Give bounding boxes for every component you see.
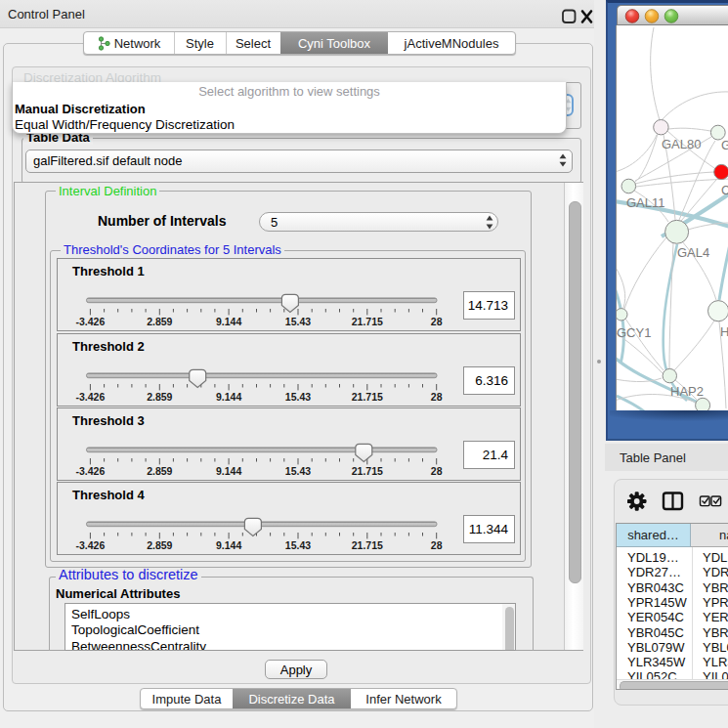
svg-text:-3.426: -3.426 — [76, 465, 106, 477]
svg-text:GAL80: GAL80 — [662, 137, 701, 151]
svg-text:21.715: 21.715 — [352, 316, 383, 327]
svg-text:28: 28 — [431, 391, 443, 403]
svg-text:-3.426: -3.426 — [76, 316, 106, 327]
svg-text:2.859: 2.859 — [147, 465, 172, 477]
svg-text:21.715: 21.715 — [352, 465, 383, 477]
svg-text:2.859: 2.859 — [147, 391, 172, 403]
svg-text:9.144: 9.144 — [216, 316, 241, 327]
svg-text:H: H — [720, 324, 728, 339]
svg-text:28: 28 — [431, 539, 443, 551]
svg-text:GCY1: GCY1 — [617, 325, 651, 340]
svg-text:C: C — [721, 183, 728, 197]
svg-text:28: 28 — [431, 465, 443, 477]
svg-text:2.859: 2.859 — [147, 316, 172, 327]
svg-text:9.144: 9.144 — [216, 539, 241, 551]
svg-text:2.859: 2.859 — [147, 539, 172, 551]
svg-text:GAL4: GAL4 — [677, 245, 709, 260]
svg-text:15.43: 15.43 — [285, 539, 311, 551]
svg-text:9.144: 9.144 — [216, 465, 241, 477]
svg-text:-3.426: -3.426 — [76, 391, 106, 403]
svg-text:HAP2: HAP2 — [670, 384, 704, 399]
svg-text:GAL11: GAL11 — [626, 195, 665, 210]
svg-text:-3.426: -3.426 — [76, 539, 106, 551]
svg-text:15.43: 15.43 — [285, 465, 311, 477]
svg-text:21.715: 21.715 — [352, 539, 383, 551]
svg-text:GA: GA — [721, 138, 728, 152]
svg-text:15.43: 15.43 — [285, 391, 311, 403]
svg-text:9.144: 9.144 — [216, 391, 241, 403]
svg-text:28: 28 — [431, 316, 443, 327]
svg-text:21.715: 21.715 — [352, 391, 383, 403]
svg-text:15.43: 15.43 — [285, 316, 311, 327]
